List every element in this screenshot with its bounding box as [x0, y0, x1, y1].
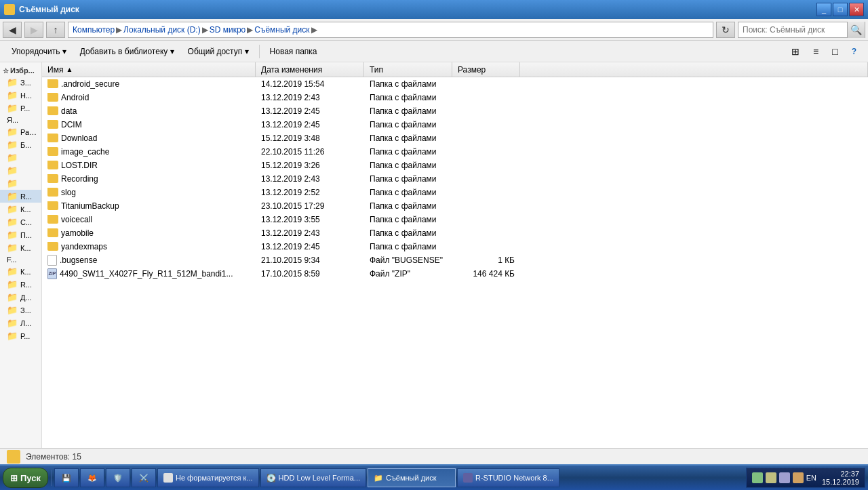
- file-name-cell: TitaniumBackup: [42, 201, 256, 211]
- col-header-type[interactable]: Тип: [364, 62, 452, 77]
- maximize-button[interactable]: □: [833, 3, 848, 16]
- toolbar-separator: [259, 45, 260, 58]
- sidebar-item-2[interactable]: 📁Н...: [0, 89, 41, 102]
- breadcrumb[interactable]: Компьютер ▶ Локальный диск (D:) ▶ SD мик…: [68, 22, 713, 38]
- preview-button[interactable]: □: [826, 43, 844, 60]
- table-row[interactable]: .bugsense 21.10.2015 9:34 Файл "BUGSENSE…: [42, 253, 868, 267]
- breadcrumb-drive-d[interactable]: Локальный диск (D:): [123, 25, 201, 35]
- taskbar-shield-button[interactable]: 🛡️: [106, 468, 130, 487]
- taskbar-game-button[interactable]: ⚔️: [132, 468, 156, 487]
- file-name-cell: yandexmaps: [42, 242, 256, 251]
- table-row[interactable]: Android 13.12.2019 2:43 Папка с файлами: [42, 91, 868, 104]
- table-row[interactable]: slog 13.12.2019 2:52 Папка с файлами: [42, 186, 868, 199]
- toolbar: Упорядочить ▾ Добавить в библиотеку ▾ Об…: [0, 41, 868, 62]
- sidebar-item-6[interactable]: 📁Б...: [0, 138, 41, 151]
- sidebar-item-18[interactable]: 📁З...: [0, 304, 41, 317]
- tray-icon-1[interactable]: [752, 472, 763, 483]
- zip-icon: ZIP: [47, 268, 57, 279]
- folder-icon: 📁: [7, 243, 18, 253]
- sidebar-item-7[interactable]: 📁: [0, 151, 41, 164]
- new-folder-button[interactable]: Новая папка: [264, 43, 323, 60]
- sidebar-item-3[interactable]: 📁Р...: [0, 102, 41, 115]
- table-row[interactable]: Recording 13.12.2019 2:43 Папка с файлам…: [42, 172, 868, 186]
- content-area: Имя ▲ Дата изменения Тип Размер .android…: [42, 62, 868, 448]
- sidebar-item-16[interactable]: 📁R...: [0, 278, 41, 291]
- taskbar-firefox-button[interactable]: 🦊: [80, 468, 104, 487]
- sidebar-item-1[interactable]: 📁З...: [0, 76, 41, 89]
- shield-icon: 🛡️: [113, 474, 123, 483]
- table-row[interactable]: yandexmaps 13.12.2019 2:45 Папка с файла…: [42, 240, 868, 253]
- table-row[interactable]: ZIP 4490_SW11_X4027F_Fly_R11_512M_bandi1…: [42, 267, 868, 281]
- help-button[interactable]: ?: [846, 43, 863, 60]
- sidebar-item-13[interactable]: 📁К...: [0, 241, 41, 254]
- file-type-cell: Файл "ZIP": [364, 269, 452, 279]
- sidebar-item-5[interactable]: 📁Раб...: [0, 125, 41, 138]
- table-row[interactable]: DCIM 13.12.2019 2:45 Папка с файлами: [42, 118, 868, 131]
- sidebar-item-9[interactable]: 📁: [0, 177, 41, 190]
- tray-language[interactable]: EN: [806, 474, 816, 482]
- up-button[interactable]: ↑: [46, 22, 65, 38]
- breadcrumb-sd[interactable]: SD микро: [210, 25, 246, 35]
- refresh-button[interactable]: ↻: [716, 22, 735, 38]
- details-view-button[interactable]: ≡: [807, 43, 825, 60]
- sidebar-item-19[interactable]: 📁Л...: [0, 317, 41, 329]
- search-button[interactable]: 🔍: [847, 22, 865, 38]
- breadcrumb-removable[interactable]: Съёмный диск: [254, 25, 309, 35]
- tray-icon-4[interactable]: [793, 472, 804, 483]
- table-row[interactable]: data 13.12.2019 2:45 Папка с файлами: [42, 104, 868, 118]
- folder-icon: 📁: [7, 103, 18, 113]
- organize-button[interactable]: Упорядочить ▾: [5, 43, 73, 60]
- table-row[interactable]: TitaniumBackup 23.10.2015 17:29 Папка с …: [42, 199, 868, 213]
- sidebar-item-15[interactable]: 📁К...: [0, 265, 41, 278]
- view-options-button[interactable]: ⊞: [785, 43, 806, 60]
- sidebar-item-17[interactable]: 📁Д...: [0, 291, 41, 304]
- file-name-cell: slog: [42, 188, 256, 197]
- start-button[interactable]: ⊞ Пуск: [3, 468, 48, 488]
- file-type-cell: Папка с файлами: [364, 161, 452, 170]
- sidebar-item-14[interactable]: F...: [0, 254, 41, 265]
- share-button[interactable]: Общий доступ ▾: [182, 43, 255, 60]
- file-name: data: [61, 106, 77, 116]
- file-name: LOST.DIR: [61, 161, 98, 170]
- sidebar-item-4[interactable]: Я...: [0, 115, 41, 125]
- status-text: Элементов: 15: [26, 452, 81, 462]
- sidebar-item-removable[interactable]: 📁R...: [0, 190, 41, 203]
- col-header-name[interactable]: Имя ▲: [42, 62, 256, 77]
- table-row[interactable]: LOST.DIR 15.12.2019 3:26 Папка с файлами: [42, 159, 868, 172]
- taskbar-floppy-button[interactable]: 💾: [54, 468, 79, 487]
- search-input[interactable]: [738, 22, 847, 37]
- tray-icon-2[interactable]: [766, 472, 776, 483]
- sidebar-item-20[interactable]: 📁Р...: [0, 329, 41, 342]
- sidebar-item-10[interactable]: 📁К...: [0, 203, 41, 216]
- sidebar-item-12[interactable]: 📁П...: [0, 228, 41, 241]
- sidebar-item-11[interactable]: 📁С...: [0, 216, 41, 228]
- table-row[interactable]: yamobile 13.12.2019 2:43 Папка с файлами: [42, 226, 868, 240]
- tray-icon-3[interactable]: [779, 472, 790, 483]
- file-type-cell: Папка с файлами: [364, 174, 452, 184]
- column-headers: Имя ▲ Дата изменения Тип Размер: [42, 62, 868, 77]
- sidebar-favorites-header[interactable]: ☆ Избр...: [0, 65, 41, 76]
- taskbar-hdd-label: HDD Low Level Forma...: [279, 474, 360, 482]
- back-button[interactable]: ◀: [3, 22, 22, 38]
- col-header-size[interactable]: Размер: [452, 62, 520, 77]
- windows-logo: ⊞: [10, 473, 18, 483]
- taskbar-hdd-button[interactable]: 💽 HDD Low Level Forma...: [260, 468, 366, 487]
- forward-button[interactable]: ▶: [24, 22, 43, 38]
- table-row[interactable]: Download 15.12.2019 3:48 Папка с файлами: [42, 131, 868, 145]
- taskbar-rstudio-button[interactable]: R-STUDIO Network 8...: [457, 468, 559, 487]
- file-type-cell: Папка с файлами: [364, 242, 452, 251]
- table-row[interactable]: voicecall 13.12.2019 3:55 Папка с файлам…: [42, 213, 868, 226]
- table-row[interactable]: .android_secure 14.12.2019 15:54 Папка с…: [42, 77, 868, 91]
- folder-icon: 📁: [7, 318, 18, 328]
- taskbar-format-button[interactable]: Не форматируется к...: [157, 468, 259, 487]
- sidebar-item-8[interactable]: 📁: [0, 164, 41, 177]
- close-button[interactable]: ✕: [849, 3, 864, 16]
- taskbar-explorer-button[interactable]: 📁 Съёмный диск: [368, 468, 456, 487]
- col-header-date[interactable]: Дата изменения: [256, 62, 364, 77]
- folder-icon: [47, 134, 58, 142]
- minimize-button[interactable]: _: [816, 3, 831, 16]
- breadcrumb-computer[interactable]: Компьютер: [73, 25, 115, 35]
- table-row[interactable]: image_cache 22.10.2015 11:26 Папка с фай…: [42, 145, 868, 159]
- add-library-button[interactable]: Добавить в библиотеку ▾: [74, 43, 180, 60]
- file-size-cell: 1 КБ: [452, 256, 520, 265]
